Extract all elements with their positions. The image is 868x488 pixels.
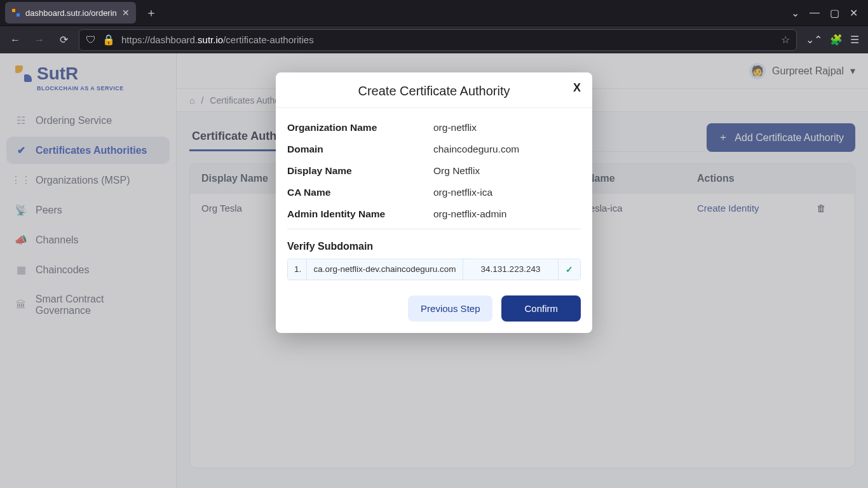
- window-maximize-icon[interactable]: ▢: [830, 7, 839, 19]
- field-label: CA Name: [287, 187, 433, 198]
- new-tab-button[interactable]: ＋: [141, 5, 161, 20]
- hamburger-menu-icon[interactable]: ☰: [850, 34, 859, 46]
- svg-rect-0: [12, 9, 15, 12]
- nav-back-icon[interactable]: ←: [6, 31, 24, 49]
- browser-titlebar: dashboard.sutr.io/orderin ✕ ＋ ⌄ ― ▢ ✕: [0, 0, 868, 25]
- extensions-icon[interactable]: 🧩: [830, 34, 843, 46]
- modal-overlay[interactable]: Create Certificate Authority X Organizat…: [0, 53, 868, 488]
- verify-index: 1.: [288, 259, 307, 280]
- field-ca-name: CA Name org-netflix-ica: [287, 182, 581, 203]
- field-label: Display Name: [287, 165, 433, 177]
- field-value: org-netflix-admin: [433, 208, 581, 220]
- svg-rect-1: [17, 13, 20, 17]
- field-label: Organization Name: [287, 122, 433, 133]
- url-prefix: https://dashboard.: [121, 34, 198, 45]
- pocket-icon[interactable]: ⌄⌃: [806, 34, 822, 46]
- modal-body: Organization Name org-netflix Domain cha…: [276, 108, 592, 333]
- field-domain: Domain chaincodeguru.com: [287, 139, 581, 160]
- verify-subdomain-title: Verify Subdomain: [287, 241, 581, 252]
- url-suffix: /certificate-authorities: [223, 34, 314, 45]
- window-close-icon[interactable]: ✕: [850, 7, 858, 19]
- tab-close-icon[interactable]: ✕: [122, 8, 130, 18]
- verify-ip: 34.131.223.243: [463, 259, 559, 280]
- window-controls: ⌄ ― ▢ ✕: [791, 7, 863, 19]
- create-ca-modal: Create Certificate Authority X Organizat…: [276, 72, 592, 333]
- modal-title: Create Certificate Authority: [358, 84, 510, 98]
- field-display-name: Display Name Org Netflix: [287, 160, 581, 182]
- browser-tab[interactable]: dashboard.sutr.io/orderin ✕: [5, 2, 136, 24]
- lock-icon[interactable]: 🔒: [102, 34, 115, 46]
- modal-header: Create Certificate Authority X: [276, 72, 592, 108]
- field-label: Domain: [287, 144, 433, 155]
- field-admin-identity: Admin Identity Name org-netflix-admin: [287, 203, 581, 225]
- toolbar-icons: ⌄⌃ 🧩 ☰: [803, 34, 862, 46]
- tab-title: dashboard.sutr.io/orderin: [25, 8, 117, 18]
- window-minimize-icon[interactable]: ―: [810, 7, 820, 19]
- tab-favicon: [11, 8, 20, 17]
- verify-status-check-icon: ✓: [559, 259, 580, 280]
- url-bar[interactable]: 🛡 🔒 https://dashboard.sutr.io/certificat…: [79, 29, 797, 51]
- browser-toolbar: ← → ⟳ 🛡 🔒 https://dashboard.sutr.io/cert…: [0, 25, 868, 53]
- field-label: Admin Identity Name: [287, 208, 433, 220]
- nav-forward-icon[interactable]: →: [31, 31, 48, 49]
- verify-subdomain: ca.org-netflix-dev.chaincodeguru.com: [307, 259, 463, 280]
- bookmark-star-icon[interactable]: ☆: [781, 34, 790, 46]
- url-host: sutr.io: [198, 34, 223, 45]
- nav-reload-icon[interactable]: ⟳: [55, 31, 72, 49]
- verify-row: 1. ca.org-netflix-dev.chaincodeguru.com …: [288, 259, 580, 280]
- field-value: chaincodeguru.com: [433, 144, 581, 155]
- confirm-button[interactable]: Confirm: [501, 295, 581, 322]
- field-organization-name: Organization Name org-netflix: [287, 117, 581, 139]
- app-root: SutR BLOCKCHAIN AS A SERVICE ☷ Ordering …: [0, 53, 868, 488]
- shield-icon[interactable]: 🛡: [86, 34, 96, 46]
- field-value: Org Netflix: [433, 165, 581, 177]
- modal-actions: Previous Step Confirm: [287, 295, 581, 322]
- window-chevron-icon[interactable]: ⌄: [791, 7, 799, 19]
- field-value: org-netflix-ica: [433, 187, 581, 198]
- url-text: https://dashboard.sutr.io/certificate-au…: [121, 34, 775, 45]
- verify-subdomain-table: 1. ca.org-netflix-dev.chaincodeguru.com …: [287, 259, 581, 280]
- previous-step-button[interactable]: Previous Step: [408, 295, 492, 322]
- modal-close-button[interactable]: X: [573, 81, 581, 95]
- field-value: org-netflix: [433, 122, 581, 133]
